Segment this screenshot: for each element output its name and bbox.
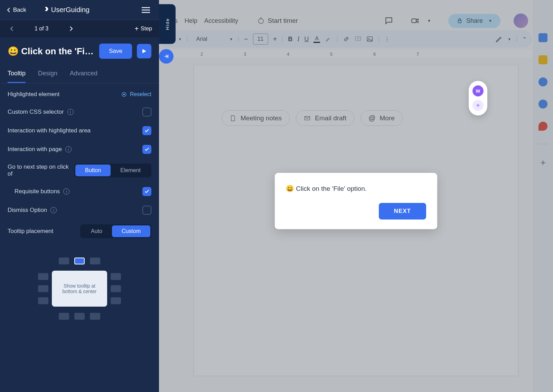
check-icon bbox=[144, 128, 149, 133]
brand-logo: UserGuiding bbox=[43, 6, 90, 14]
next-step-button[interactable] bbox=[66, 24, 76, 34]
chevron-right-icon bbox=[69, 26, 73, 31]
placement-top-center[interactable] bbox=[74, 258, 85, 264]
prev-step-button[interactable] bbox=[7, 24, 17, 34]
info-icon[interactable]: i bbox=[65, 146, 72, 152]
menu-button[interactable] bbox=[140, 4, 152, 16]
placement-right-bottom[interactable] bbox=[111, 297, 121, 304]
placement-right-top[interactable] bbox=[111, 273, 121, 280]
placement-right-middle[interactable] bbox=[111, 285, 121, 292]
placement-left-top[interactable] bbox=[38, 273, 48, 280]
chevron-left-icon bbox=[7, 7, 10, 13]
css-selector-label: Custom CSS selector i bbox=[8, 109, 74, 115]
dismiss-option-label: Dismiss Option i bbox=[8, 207, 57, 214]
arrow-right-collapse-icon bbox=[163, 53, 169, 59]
add-step-button[interactable]: + Step bbox=[134, 25, 152, 33]
placement-bottom-center[interactable] bbox=[74, 313, 85, 320]
interaction-highlight-checkbox[interactable] bbox=[142, 126, 151, 135]
editor-sidebar: Back UserGuiding 1 of 3 + Step 😀 Click o… bbox=[0, 0, 159, 392]
next-step-button-option[interactable]: Button bbox=[75, 165, 111, 176]
back-button[interactable]: Back bbox=[7, 7, 26, 13]
hamburger-icon bbox=[142, 7, 150, 13]
placement-label: Tooltip placement bbox=[8, 228, 53, 235]
tooltip-preview: 😀 Click on the 'File' option. NEXT bbox=[275, 173, 437, 229]
check-icon bbox=[144, 147, 149, 152]
chevron-left-icon bbox=[10, 26, 13, 31]
placement-custom-option[interactable]: Custom bbox=[112, 225, 150, 237]
collapse-arrow-button[interactable] bbox=[159, 49, 174, 64]
tab-design[interactable]: Design bbox=[38, 65, 57, 83]
next-step-label: Go to next step on click of bbox=[8, 164, 74, 177]
css-selector-checkbox[interactable] bbox=[142, 108, 151, 116]
tooltip-next-button[interactable]: NEXT bbox=[379, 203, 426, 220]
placement-top-right[interactable] bbox=[90, 258, 100, 264]
reselect-button[interactable]: Reselect bbox=[121, 91, 151, 97]
save-button[interactable]: Save bbox=[99, 44, 132, 59]
info-icon[interactable]: i bbox=[50, 207, 57, 213]
check-icon bbox=[144, 189, 149, 194]
collapse-panel-tab[interactable]: Hide bbox=[159, 4, 176, 44]
editor-tabs: Tooltip Design Advanced bbox=[0, 65, 159, 83]
floating-widget: w + bbox=[469, 81, 487, 115]
tab-tooltip[interactable]: Tooltip bbox=[8, 65, 26, 83]
placement-top-left[interactable] bbox=[59, 258, 69, 264]
step-counter: 1 of 3 bbox=[35, 26, 48, 32]
info-icon[interactable]: i bbox=[67, 109, 74, 115]
interaction-highlight-label: Interaction with highlighted area bbox=[8, 127, 91, 134]
target-icon bbox=[121, 91, 127, 97]
requisite-buttons-checkbox[interactable] bbox=[142, 187, 151, 196]
placement-auto-option[interactable]: Auto bbox=[81, 225, 112, 237]
interaction-page-checkbox[interactable] bbox=[142, 145, 151, 154]
interaction-page-label: Interaction with page i bbox=[8, 146, 72, 153]
placement-grid: Show tooltip at bottom & center bbox=[8, 254, 151, 323]
dismiss-option-checkbox[interactable] bbox=[142, 206, 151, 215]
logo-icon bbox=[43, 6, 49, 14]
placement-bottom-left[interactable] bbox=[59, 313, 69, 320]
plus-icon: + bbox=[134, 25, 139, 33]
next-step-element-option[interactable]: Element bbox=[111, 165, 150, 176]
widget-add-icon[interactable]: + bbox=[472, 100, 484, 111]
placement-left-middle[interactable] bbox=[38, 285, 48, 292]
widget-logo-icon[interactable]: w bbox=[472, 85, 484, 96]
tooltip-text: 😀 Click on the 'File' option. bbox=[286, 185, 426, 193]
highlighted-element-label: Highlighted element bbox=[8, 91, 59, 98]
placement-hint: Show tooltip at bottom & center bbox=[52, 271, 107, 307]
step-title[interactable]: 😀 Click on the 'Fil... bbox=[8, 46, 94, 57]
placement-left-bottom[interactable] bbox=[38, 297, 48, 304]
svg-point-9 bbox=[123, 94, 125, 95]
info-icon[interactable]: i bbox=[63, 188, 69, 195]
placement-bottom-right[interactable] bbox=[90, 313, 100, 320]
play-icon bbox=[141, 48, 147, 54]
requisite-buttons-label: Requisite buttons i bbox=[15, 188, 69, 195]
tab-advanced[interactable]: Advanced bbox=[70, 65, 97, 83]
preview-play-button[interactable] bbox=[137, 44, 151, 58]
